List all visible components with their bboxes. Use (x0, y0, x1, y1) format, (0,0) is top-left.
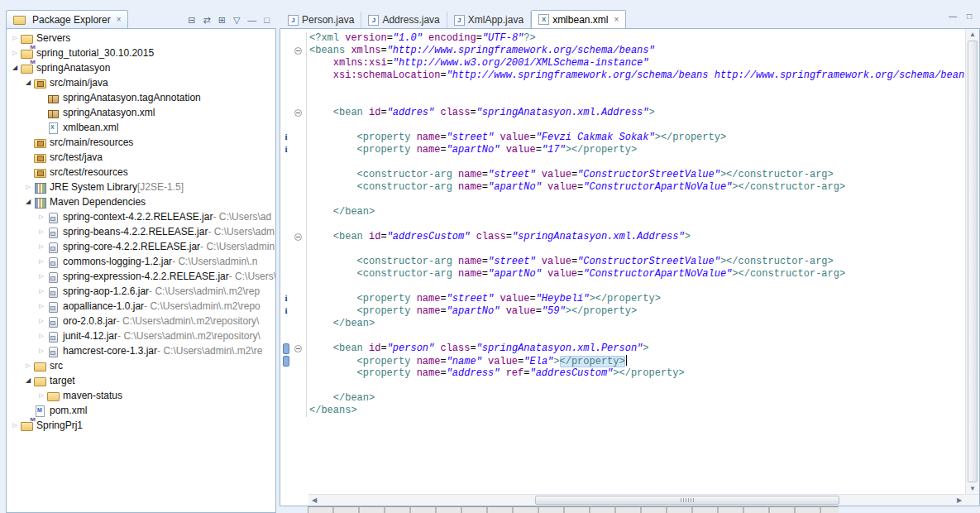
code-line[interactable]: <property name="address" ref="addresCust… (280, 367, 965, 380)
collapse-all-icon[interactable]: ⊟ (188, 16, 195, 25)
code-line[interactable]: </bean> (280, 392, 965, 405)
expanded-arrow-icon[interactable]: ◢ (23, 75, 33, 90)
code-line[interactable]: <?xml version="1.0" encoding="UTF-8"?> (280, 32, 965, 45)
collapsed-arrow-icon[interactable]: ▷ (36, 388, 46, 403)
collapsed-arrow-icon[interactable]: ▷ (36, 239, 46, 254)
code-line[interactable] (280, 194, 965, 206)
collapse-fold-icon[interactable] (294, 233, 302, 241)
tree-item[interactable]: ◢src/main/java (7, 75, 275, 90)
tree-item[interactable]: ▷spring-context-4.2.2.RELEASE.jar - C:\U… (7, 209, 275, 224)
code-line[interactable]: xmlns:xsi="http://www.w3.org/2001/XMLSch… (280, 57, 965, 70)
tree-item[interactable]: ◢Maven Dependencies (7, 194, 275, 209)
collapsed-arrow-icon[interactable]: ▷ (36, 224, 46, 239)
collapsed-arrow-icon[interactable]: ▷ (10, 31, 20, 46)
editor-tab[interactable]: JAddress.java (361, 12, 447, 28)
tree-item[interactable]: springAnatasyon.xml (7, 105, 275, 120)
expanded-arrow-icon[interactable]: ◢ (23, 194, 33, 209)
tree-item[interactable]: src/main/resources (7, 135, 275, 150)
code-line[interactable]: <bean id="person" class="springAnatasyon… (280, 343, 965, 355)
code-line[interactable]: i <property name="street" value="Fevzi C… (280, 132, 965, 144)
tree-item[interactable]: ▷Servers (7, 31, 275, 46)
collapse-fold-icon[interactable] (294, 109, 302, 117)
code-line[interactable] (280, 280, 965, 293)
horizontal-scrollbar[interactable]: ◀ ▶ (308, 494, 979, 506)
code-line[interactable]: <constructor-arg name="apartNo" value="C… (280, 181, 965, 194)
code-line[interactable]: <beans xmlns="http://www.springframework… (280, 45, 965, 57)
tree-item[interactable]: ▷spring-beans-4.2.2.RELEASE.jar - C:\Use… (7, 224, 275, 239)
close-icon[interactable]: × (117, 16, 122, 24)
expanded-arrow-icon[interactable]: ◢ (10, 60, 20, 75)
collapsed-arrow-icon[interactable]: ▷ (36, 299, 46, 314)
tree-item[interactable]: ▷spring_tutorial_30.10.2015 (7, 46, 275, 60)
code-line[interactable]: </bean> (280, 318, 965, 330)
code-line[interactable]: </bean> (280, 206, 965, 218)
collapsed-arrow-icon[interactable]: ▷ (36, 269, 46, 284)
scroll-right-icon[interactable]: ▶ (954, 495, 965, 506)
scroll-down-icon[interactable]: ▼ (967, 483, 978, 494)
tree-item[interactable]: ▷spring-aop-1.2.6.jar - C:\Users\admin\.… (7, 284, 275, 299)
editor-tab[interactable]: JXmlApp.java (447, 12, 531, 28)
tree-item[interactable]: xmlbean.xml (7, 120, 275, 135)
collapse-fold-icon[interactable] (294, 345, 302, 352)
code-line[interactable]: <bean id="addres" class="springAnatasyon… (280, 107, 965, 119)
horizontal-scrollbar-thumb[interactable] (535, 496, 839, 505)
tree-item[interactable]: ▷spring-expression-4.2.2.RELEASE.jar - C… (7, 269, 275, 284)
tree-item[interactable]: ◢target (7, 373, 275, 388)
vertical-scrollbar[interactable]: ▲ ▼ (965, 29, 979, 494)
package-explorer-tab[interactable]: Package Explorer × (6, 10, 128, 28)
code-line[interactable]: i <property name="apartNo" value="17"></… (280, 144, 965, 156)
close-icon[interactable]: × (614, 16, 619, 24)
minimize-icon[interactable]: — (247, 16, 256, 25)
code-line[interactable] (280, 94, 965, 107)
collapsed-arrow-icon[interactable]: ▷ (10, 46, 20, 60)
collapsed-arrow-icon[interactable]: ▷ (36, 343, 46, 358)
tree-item[interactable]: springAnatasyon.tagAnnotation (7, 90, 275, 105)
maximize-icon[interactable]: □ (967, 12, 972, 21)
tree-item[interactable]: src/test/java (7, 150, 275, 165)
code-line[interactable]: <constructor-arg name="street" value="Co… (280, 256, 965, 268)
code-line[interactable] (280, 82, 965, 94)
editor-tab[interactable]: Xxmlbean.xml× (531, 10, 626, 28)
collapsed-arrow-icon[interactable]: ▷ (36, 209, 46, 224)
tree-item[interactable]: ▷SpringPrj1 (7, 418, 275, 433)
tree-item[interactable]: ▷oro-2.0.8.jar - C:\Users\admin\.m2\repo… (7, 314, 275, 328)
tree-item[interactable]: pom.xml (7, 403, 275, 418)
tree-item[interactable]: ▷src (7, 358, 275, 373)
tree-item[interactable]: ▷hamcrest-core-1.3.jar - C:\Users\admin\… (7, 343, 275, 358)
collapsed-arrow-icon[interactable]: ▷ (36, 284, 46, 299)
tree-item[interactable]: ▷junit-4.12.jar - C:\Users\admin\.m2\rep… (7, 328, 275, 343)
code-line[interactable] (280, 243, 965, 256)
code-line[interactable]: xsi:schemaLocation="http://www.springfra… (280, 70, 965, 82)
tree-item[interactable]: ▷maven-status (7, 388, 275, 403)
code-line[interactable]: </beans> (280, 405, 965, 417)
code-line[interactable]: i <property name="street" value="Heybeli… (280, 293, 965, 305)
collapsed-arrow-icon[interactable]: ▷ (36, 328, 46, 343)
tree-item[interactable]: ◢springAnatasyon (7, 60, 275, 75)
collapsed-arrow-icon[interactable]: ▷ (36, 314, 46, 328)
focus-icon[interactable]: ⊞ (218, 16, 226, 25)
maximize-icon[interactable]: □ (264, 16, 270, 25)
tree-item[interactable]: ▷aopalliance-1.0.jar - C:\Users\admin\.m… (7, 299, 275, 314)
tree-item[interactable]: src/test/resources (7, 165, 275, 180)
code-line[interactable]: i <property name="apartNo" value="59"></… (280, 305, 965, 318)
tree-item[interactable]: ▷commons-logging-1.2.jar - C:\Users\admi… (7, 254, 275, 269)
collapsed-arrow-icon[interactable]: ▷ (36, 254, 46, 269)
expanded-arrow-icon[interactable]: ◢ (23, 373, 33, 388)
code-line[interactable] (280, 119, 965, 132)
collapsed-arrow-icon[interactable]: ▷ (23, 180, 33, 194)
scroll-up-icon[interactable]: ▲ (967, 29, 978, 40)
tree-item[interactable]: ▷spring-core-4.2.2.RELEASE.jar - C:\User… (7, 239, 275, 254)
code-line[interactable]: <property name="name" value="Ela"></prop… (280, 355, 965, 367)
collapsed-arrow-icon[interactable]: ▷ (10, 418, 20, 433)
vertical-scrollbar-thumb[interactable] (968, 41, 978, 482)
collapse-fold-icon[interactable] (294, 47, 302, 55)
editor-tab[interactable]: JPerson.java (281, 12, 361, 28)
code-line[interactable] (280, 330, 965, 343)
minimize-icon[interactable]: — (949, 12, 957, 21)
code-line[interactable] (280, 156, 965, 169)
view-menu-icon[interactable]: ▽ (233, 16, 240, 25)
tree-item[interactable]: ▷JRE System Library [J2SE-1.5] (7, 180, 275, 194)
scroll-left-icon[interactable]: ◀ (308, 495, 320, 506)
collapsed-arrow-icon[interactable]: ▷ (23, 358, 33, 373)
code-line[interactable] (280, 218, 965, 231)
